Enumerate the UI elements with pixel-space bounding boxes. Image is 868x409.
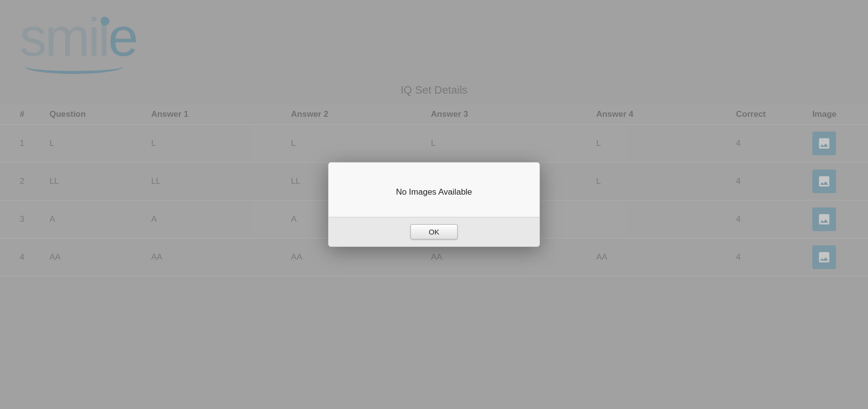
- dialog-body: No Images Available: [329, 163, 539, 217]
- dialog-backdrop: No Images Available OK: [0, 0, 868, 409]
- dialog-box: No Images Available OK: [328, 162, 540, 247]
- dialog-message: No Images Available: [396, 187, 472, 197]
- ok-button[interactable]: OK: [410, 224, 458, 239]
- dialog-footer: OK: [329, 217, 539, 246]
